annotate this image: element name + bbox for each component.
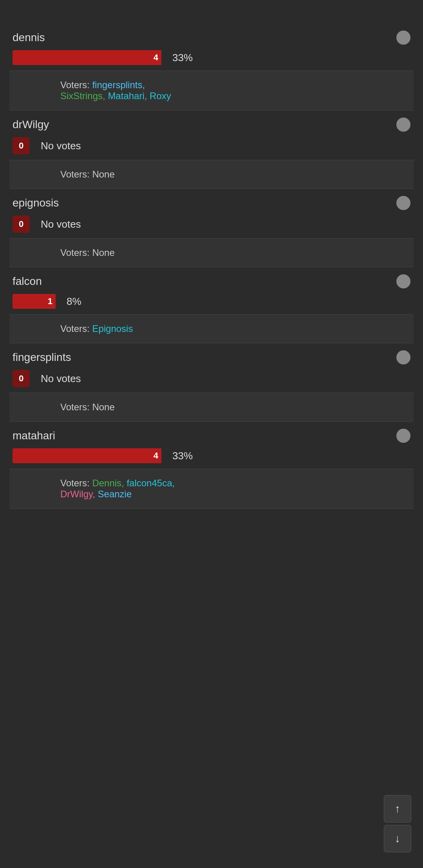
candidate-header-falcon: falcon: [9, 267, 414, 292]
radio-circle-epignosis[interactable]: [396, 196, 410, 210]
voter-name-dennis: Dennis,: [92, 478, 127, 488]
voters-section-falcon: Voters: Epignosis: [9, 315, 414, 343]
candidate-block-fingersplints: fingersplints0No votesVoters: None: [9, 343, 414, 422]
radio-circle-drWilgy[interactable]: [396, 118, 410, 132]
vote-row-epignosis: 0No votes: [9, 214, 414, 238]
voters-label-dennis: Voters:: [60, 80, 92, 90]
voter-name-seanzie: Seanzie: [98, 489, 132, 499]
voter-name-sixstrings: SixStrings,: [60, 91, 108, 101]
voters-section-dennis: Voters: fingersplints, SixStrings, Matah…: [9, 71, 414, 110]
voters-none-label-fingersplints: Voters: None: [60, 402, 115, 412]
radio-circle-falcon[interactable]: [396, 274, 410, 288]
no-votes-drWilgy: No votes: [41, 140, 81, 152]
vote-row-matahari: 433%: [9, 447, 414, 469]
voters-none-label-epignosis: Voters: None: [60, 247, 115, 258]
scroll-up-button[interactable]: ↑: [384, 795, 411, 823]
vote-bar-dennis: 4: [13, 50, 161, 65]
voter-name-drwilgy: DrWilgy,: [60, 489, 98, 499]
candidate-name-matahari: matahari: [13, 429, 55, 442]
percent-text-matahari: 33%: [172, 450, 193, 462]
vote-row-dennis: 433%: [9, 49, 414, 71]
voter-name-matahari: Matahari,: [108, 91, 150, 101]
vote-row-fingersplints: 0No votes: [9, 368, 414, 393]
scroll-down-button[interactable]: ↓: [384, 825, 411, 852]
candidate-name-falcon: falcon: [13, 275, 42, 288]
percent-text-dennis: 33%: [172, 52, 193, 64]
candidate-header-dennis: dennis: [9, 24, 414, 49]
candidate-block-dennis: dennis433%Voters: fingersplints, SixStri…: [9, 24, 414, 111]
scroll-buttons: ↑ ↓: [384, 795, 411, 852]
vote-badge-zero-fingersplints: 0: [13, 370, 30, 387]
radio-circle-fingersplints[interactable]: [396, 350, 410, 364]
voter-name-epignosis: Epignosis: [92, 323, 133, 334]
vote-count-inside-dennis: 4: [154, 53, 158, 63]
no-votes-fingersplints: No votes: [41, 373, 81, 385]
candidate-name-drWilgy: drWilgy: [13, 118, 49, 131]
bar-container-falcon: 1: [13, 294, 56, 309]
voter-name-fingersplints: fingersplints,: [92, 80, 145, 90]
bar-container-matahari: 4: [13, 448, 161, 463]
vote-bar-matahari: 4: [13, 448, 161, 463]
candidate-name-dennis: dennis: [13, 31, 45, 44]
voters-none-label-drWilgy: Voters: None: [60, 169, 115, 179]
voter-name-falcon45ca: falcon45ca,: [127, 478, 175, 488]
vote-count-inside-falcon: 1: [48, 296, 52, 306]
candidate-block-falcon: falcon18%Voters: Epignosis: [9, 267, 414, 343]
bar-container-dennis: 4: [13, 50, 161, 65]
voters-section-drWilgy: Voters: None: [9, 160, 414, 188]
radio-circle-dennis[interactable]: [396, 31, 410, 45]
radio-circle-matahari[interactable]: [396, 429, 410, 443]
voters-label-falcon: Voters:: [60, 323, 92, 334]
candidate-name-fingersplints: fingersplints: [13, 351, 71, 364]
candidate-header-matahari: matahari: [9, 422, 414, 447]
candidate-header-fingersplints: fingersplints: [9, 343, 414, 368]
vote-row-drWilgy: 0No votes: [9, 136, 414, 160]
voter-name-roxy: Roxy: [150, 91, 171, 101]
candidates-container: dennis433%Voters: fingersplints, SixStri…: [9, 24, 414, 509]
vote-badge-zero-drWilgy: 0: [13, 137, 30, 154]
vote-count-inside-matahari: 4: [154, 451, 158, 461]
divider-bottom-matahari: [9, 508, 414, 509]
candidate-name-epignosis: epignosis: [13, 197, 59, 209]
candidate-header-drWilgy: drWilgy: [9, 111, 414, 136]
vote-row-falcon: 18%: [9, 292, 414, 314]
voters-section-fingersplints: Voters: None: [9, 393, 414, 421]
voters-section-epignosis: Voters: None: [9, 239, 414, 267]
voters-section-matahari: Voters: Dennis, falcon45ca, DrWilgy, Sea…: [9, 469, 414, 508]
candidate-block-matahari: matahari433%Voters: Dennis, falcon45ca, …: [9, 422, 414, 509]
candidate-block-drWilgy: drWilgy0No votesVoters: None: [9, 111, 414, 189]
vote-bar-falcon: 1: [13, 294, 56, 309]
candidate-block-epignosis: epignosis0No votesVoters: None: [9, 189, 414, 267]
voters-label-matahari: Voters:: [60, 478, 92, 488]
percent-text-falcon: 8%: [67, 295, 81, 308]
vote-badge-zero-epignosis: 0: [13, 216, 30, 233]
candidate-header-epignosis: epignosis: [9, 189, 414, 214]
no-votes-epignosis: No votes: [41, 218, 81, 230]
